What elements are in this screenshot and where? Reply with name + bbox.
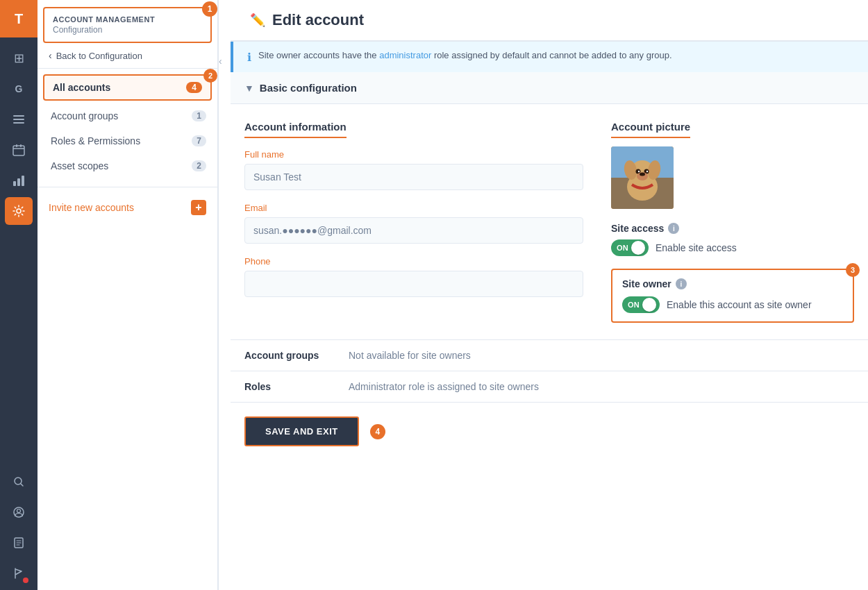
info-text: Site owner accounts have the administrat…: [258, 50, 672, 60]
user-avatar[interactable]: T: [0, 0, 37, 37]
main-content: ✏️ Edit account ℹ Site owner accounts ha…: [231, 0, 868, 590]
svg-rect-5: [20, 144, 22, 147]
sidebar-item-count: 1: [192, 110, 206, 121]
full-name-input[interactable]: [244, 164, 583, 190]
sidebar-item-label: Account groups: [51, 110, 118, 121]
icon-nav-bottom: [5, 468, 33, 590]
save-and-exit-button[interactable]: SAVE AND EXIT: [244, 416, 359, 446]
sidebar-item-count: 2: [192, 160, 206, 171]
sidebar-header-badge: 1: [202, 1, 217, 17]
main-header: ✏️ Edit account: [231, 0, 868, 41]
phone-label: Phone: [244, 256, 583, 267]
svg-rect-0: [13, 115, 24, 117]
sidebar-item-asset-scopes[interactable]: Asset scopes 2: [37, 153, 217, 178]
account-avatar[interactable]: [611, 146, 674, 209]
toggle-knob: [642, 298, 656, 312]
section-title: Basic configuration: [260, 82, 357, 94]
search-icon[interactable]: [5, 468, 33, 496]
sidebar-item-label: Roles & Permissions: [51, 135, 140, 146]
calendar-icon[interactable]: [5, 136, 33, 164]
site-access-info-icon[interactable]: i: [668, 223, 679, 234]
svg-rect-8: [22, 176, 24, 186]
site-access-section: Site access i ON Enable site access 3: [611, 223, 854, 323]
sidebar-item-label: Asset scopes: [51, 160, 108, 171]
notification-badge: [23, 578, 28, 583]
form-left: Account information Full name Email Phon…: [244, 121, 583, 323]
docs-icon[interactable]: [5, 529, 33, 557]
svg-rect-1: [13, 119, 24, 120]
sidebar-item-count: 7: [192, 135, 206, 146]
form-right: Account picture: [611, 121, 854, 323]
roles-row: Roles Administrator role is assigned to …: [231, 371, 868, 402]
email-input[interactable]: [244, 217, 583, 244]
site-owner-toggle[interactable]: ON: [622, 296, 660, 313]
toggle-on-label: ON: [625, 301, 642, 309]
phone-field: Phone: [244, 256, 583, 297]
svg-rect-7: [17, 178, 20, 186]
account-picture-heading: Account picture: [611, 121, 690, 138]
user-circle-icon[interactable]: [5, 498, 33, 526]
account-picture-section: Account picture: [611, 121, 854, 209]
sidebar-header-title: ACCOUNT MANAGEMENT: [53, 15, 202, 24]
analytics-icon[interactable]: G: [5, 75, 33, 103]
site-access-label: Site access: [611, 223, 664, 234]
site-access-toggle[interactable]: ON: [611, 239, 649, 256]
svg-rect-3: [13, 146, 24, 155]
settings-icon[interactable]: [5, 197, 33, 225]
sidebar-back-btn[interactable]: ‹ Back to Configuration: [37, 43, 217, 69]
phone-input[interactable]: [244, 271, 583, 297]
icon-nav: T ⊞ G: [0, 0, 37, 590]
collapse-arrow-icon: ‹: [219, 56, 222, 67]
email-field: Email: [244, 203, 583, 244]
sidebar-item-roles[interactable]: Roles & Permissions 7: [37, 128, 217, 153]
sidebar: 1 ACCOUNT MANAGEMENT Configuration ‹ Bac…: [37, 0, 218, 590]
svg-point-26: [646, 171, 648, 172]
account-groups-label: Account groups: [244, 350, 335, 361]
sidebar-divider: [37, 187, 217, 187]
page-title: Edit account: [272, 11, 364, 29]
sidebar-collapse-panel[interactable]: ‹: [218, 0, 231, 590]
svg-point-9: [17, 209, 21, 213]
account-info-heading: Account information: [244, 121, 347, 138]
account-groups-value: Not available for site owners: [349, 350, 471, 361]
section-chevron-icon: ▼: [244, 83, 254, 94]
account-groups-row: Account groups Not available for site ow…: [231, 339, 868, 371]
svg-point-25: [638, 171, 640, 172]
svg-point-12: [17, 509, 21, 513]
info-icon: ℹ: [247, 51, 251, 64]
svg-point-24: [640, 173, 645, 176]
toggle-knob: [631, 241, 645, 255]
svg-rect-4: [16, 144, 17, 147]
toggle-on-label: ON: [614, 244, 631, 252]
list-icon[interactable]: [5, 106, 33, 133]
sidebar-item-account-groups[interactable]: Account groups 1: [37, 103, 217, 128]
site-owner-label: Site owner: [622, 278, 671, 289]
invite-plus-icon: +: [191, 200, 206, 215]
site-owner-badge: 3: [846, 263, 860, 277]
flag-icon[interactable]: [5, 559, 33, 587]
svg-rect-2: [13, 122, 24, 124]
sidebar-header-sub: Configuration: [53, 25, 202, 35]
sidebar-item-all-accounts[interactable]: All accounts 4 2: [43, 74, 212, 101]
site-owner-info-icon[interactable]: i: [676, 278, 687, 289]
roles-value: Administrator role is assigned to site o…: [349, 381, 539, 392]
chevron-left-icon: ‹: [49, 50, 52, 61]
sidebar-header: 1 ACCOUNT MANAGEMENT Configuration: [43, 7, 212, 43]
site-owner-section: 3 Site owner i ON Enable this account as…: [611, 269, 854, 323]
dashboard-icon[interactable]: ⊞: [5, 44, 33, 72]
site-access-toggle-text: Enable site access: [656, 242, 737, 253]
info-link[interactable]: administrator: [379, 50, 431, 60]
icon-nav-items: ⊞ G: [0, 37, 37, 468]
save-badge: 4: [370, 424, 385, 439]
section-header[interactable]: ▼ Basic configuration: [231, 72, 868, 104]
chart-icon[interactable]: [5, 167, 33, 194]
email-label: Email: [244, 203, 583, 213]
sidebar-item-count: 4: [186, 82, 202, 93]
sidebar-nav: All accounts 4 2 Account groups 1 Roles …: [37, 69, 217, 181]
sidebar-item-badge: 2: [203, 69, 217, 83]
form-area: Account information Full name Email Phon…: [231, 104, 868, 339]
sidebar-invite-btn[interactable]: Invite new accounts +: [37, 193, 217, 222]
sidebar-item-label: All accounts: [53, 82, 110, 93]
roles-label: Roles: [244, 381, 335, 392]
site-access-toggle-row: Site access i ON Enable site access: [611, 223, 854, 256]
